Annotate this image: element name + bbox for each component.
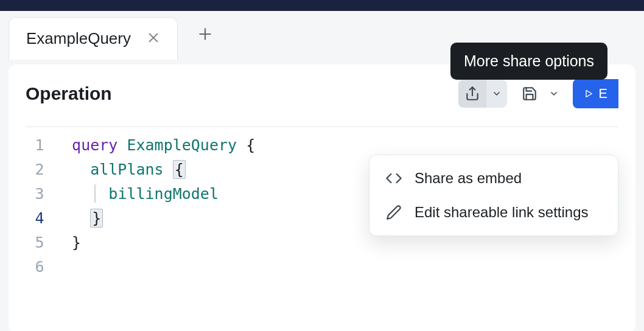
- divider: [26, 127, 618, 127]
- dropdown-item-label: Share as embed: [415, 170, 522, 187]
- share-caret-button[interactable]: [486, 80, 507, 108]
- toolbar: E: [458, 79, 618, 108]
- svg-marker-5: [586, 91, 592, 97]
- close-icon[interactable]: [147, 31, 160, 47]
- share-icon: [464, 86, 480, 102]
- line-number: 4: [26, 206, 54, 231]
- share-as-embed-item[interactable]: Share as embed: [369, 161, 618, 195]
- edit-link-settings-item[interactable]: Edit shareable link settings: [369, 195, 618, 229]
- save-caret-button[interactable]: [544, 80, 564, 108]
- run-label: E: [598, 86, 607, 102]
- line-number: 3: [26, 182, 54, 206]
- share-button-group: [458, 80, 507, 108]
- chevron-down-icon: [549, 89, 559, 99]
- dropdown-item-label: Edit shareable link settings: [415, 204, 589, 221]
- code-line: allPlans {: [54, 158, 255, 182]
- code-line: [54, 255, 255, 279]
- save-icon: [522, 86, 537, 102]
- code-content[interactable]: query ExampleQuery { allPlans { │ billin…: [54, 133, 255, 279]
- operation-panel: Operation E: [9, 64, 635, 331]
- code-line: }: [54, 231, 255, 255]
- code-line: query ExampleQuery {: [54, 133, 255, 158]
- save-button[interactable]: [516, 80, 544, 108]
- share-button[interactable]: [458, 80, 486, 108]
- code-icon: [385, 170, 402, 187]
- tooltip-more-share: More share options: [450, 43, 607, 80]
- panel-header: Operation E: [26, 79, 618, 108]
- tab-title: ExampleQuery: [26, 29, 131, 48]
- line-number: 6: [26, 255, 54, 279]
- run-button[interactable]: E: [573, 79, 618, 108]
- new-tab-button[interactable]: [192, 21, 218, 49]
- line-number: 1: [26, 133, 54, 158]
- line-gutter: 1 2 3 4 5 6: [26, 133, 54, 279]
- line-number: 2: [26, 158, 54, 182]
- panel-title: Operation: [26, 83, 112, 104]
- tab-example-query[interactable]: ExampleQuery: [9, 17, 178, 60]
- play-icon: [584, 89, 593, 99]
- line-number: 5: [26, 231, 54, 255]
- share-dropdown: Share as embed Edit shareable link setti…: [369, 155, 618, 236]
- code-line: }: [54, 206, 255, 231]
- save-button-group: [516, 80, 564, 108]
- code-line: │ billingModel: [54, 182, 255, 206]
- pencil-icon: [385, 204, 402, 220]
- chevron-down-icon: [492, 89, 502, 99]
- app-top-bar: [0, 0, 644, 11]
